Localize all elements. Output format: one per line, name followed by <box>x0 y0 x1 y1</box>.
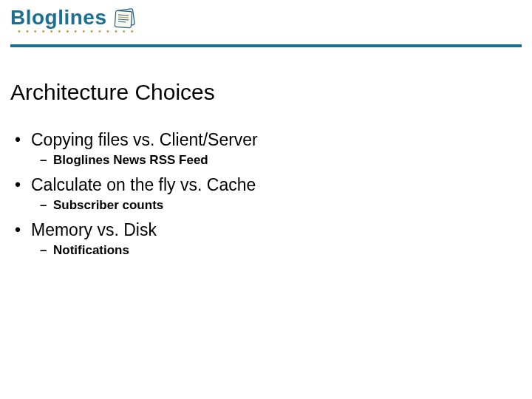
bullet-marker: • <box>15 220 31 240</box>
sub-bullet-item: – Notifications <box>40 243 532 258</box>
sub-bullet-text: Bloglines News RSS Feed <box>53 153 208 168</box>
sub-bullet-item: – Bloglines News RSS Feed <box>40 153 532 168</box>
slide-header: Bloglines • • • • • • • • • • • • • • • <box>0 0 532 52</box>
logo-dots: • • • • • • • • • • • • • • • <box>18 27 532 35</box>
bullet-text: Memory vs. Disk <box>31 220 157 240</box>
newspaper-icon <box>113 7 138 29</box>
bullet-marker: • <box>15 130 31 150</box>
sub-bullet-marker: – <box>40 243 53 258</box>
bullet-item: • Calculate on the fly vs. Cache <box>15 175 532 195</box>
bullet-marker: • <box>15 175 31 195</box>
sub-bullet-text: Notifications <box>53 243 129 258</box>
sub-bullet-marker: – <box>40 198 53 213</box>
bullet-item: • Memory vs. Disk <box>15 220 532 240</box>
header-rule <box>10 44 522 47</box>
slide-content: • Copying files vs. Client/Server – Blog… <box>0 130 532 258</box>
bullet-item: • Copying files vs. Client/Server <box>15 130 532 150</box>
sub-bullet-marker: – <box>40 153 53 168</box>
sub-bullet-item: – Subscriber counts <box>40 198 532 213</box>
sub-bullet-text: Subscriber counts <box>53 198 163 213</box>
bullet-text: Copying files vs. Client/Server <box>31 130 258 150</box>
slide-title: Architecture Choices <box>10 80 532 105</box>
slide: Bloglines • • • • • • • • • • • • • • • … <box>0 0 532 399</box>
bullet-text: Calculate on the fly vs. Cache <box>31 175 256 195</box>
